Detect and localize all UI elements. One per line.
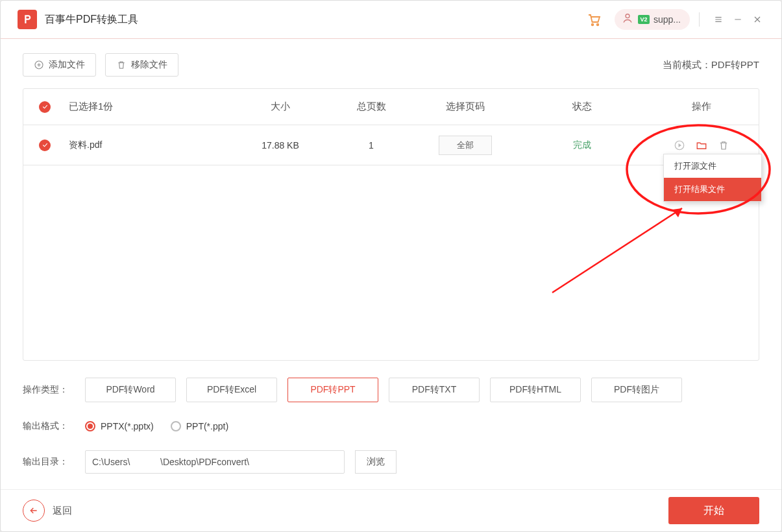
output-dir-row: 输出目录： 浏览 [23,450,759,474]
app-title: 百事牛PDF转换工具 [45,13,138,27]
select-all-checkbox[interactable] [39,101,51,113]
add-file-button[interactable]: 添加文件 [23,53,96,77]
remove-file-button[interactable]: 移除文件 [105,53,178,77]
svg-point-0 [592,24,594,26]
operation-tabs: PDF转WordPDF转ExcelPDF转PPTPDF转TXTPDF转HTMLP… [85,378,682,402]
operation-tab-2[interactable]: PDF转PPT [287,378,378,402]
operation-tab-3[interactable]: PDF转TXT [389,378,480,402]
menu-icon[interactable] [711,12,726,27]
header-size: 大小 [228,101,332,113]
row-operations [644,139,759,152]
vip-badge: V2 [638,15,650,24]
back-arrow-icon [23,500,45,522]
header-select-pages: 选择页码 [410,101,520,113]
format-radios: PPTX(*.pptx)PPT(*.ppt) [85,421,228,431]
table-header: 已选择1份 大小 总页数 选择页码 状态 操作 [23,89,759,125]
divider [699,12,700,27]
context-menu: 打开源文件 打开结果文件 [663,154,762,202]
file-name: 资料.pdf [66,139,228,151]
delete-icon[interactable] [717,139,730,152]
minimize-icon[interactable] [731,12,745,27]
file-pages: 1 [332,140,410,151]
table-empty-space [23,165,759,360]
start-button[interactable]: 开始 [668,497,759,524]
file-table: 已选择1份 大小 总页数 选择页码 状态 操作 资料.pdf 17.88 KB … [23,88,759,361]
output-path-input[interactable] [85,450,345,474]
open-folder-icon[interactable] [695,139,708,152]
app-logo-icon [18,10,37,29]
output-format-label: 输出格式： [23,420,75,432]
cart-icon[interactable] [585,10,603,29]
content-area: 添加文件 移除文件 当前模式：PDF转PPT 已选择1份 大小 总页数 [1,39,781,489]
row-checkbox[interactable] [39,139,51,151]
format-radio-0[interactable]: PPTX(*.pptx) [85,421,154,431]
menu-open-source[interactable]: 打开源文件 [664,154,761,178]
operation-tab-0[interactable]: PDF转Word [85,378,176,402]
table-row: 资料.pdf 17.88 KB 1 全部 完成 [23,125,759,165]
user-name: supp... [654,14,681,25]
header-pages: 总页数 [332,101,410,113]
user-icon [621,12,634,27]
footer: 返回 开始 [1,489,781,531]
titlebar: 百事牛PDF转换工具 V2 supp... [1,1,781,39]
user-account-button[interactable]: V2 supp... [615,9,690,30]
file-size: 17.88 KB [228,140,332,151]
format-radio-1[interactable]: PPT(*.ppt) [171,421,228,431]
remove-file-label: 移除文件 [131,59,167,71]
back-button[interactable]: 返回 [23,500,72,522]
output-dir-label: 输出目录： [23,456,75,468]
header-ops: 操作 [644,101,759,113]
toolbar: 添加文件 移除文件 当前模式：PDF转PPT [23,39,759,88]
current-mode-label: 当前模式：PDF转PPT [663,59,759,71]
operation-type-row: 操作类型： PDF转WordPDF转ExcelPDF转PPTPDF转TXTPDF… [23,378,759,402]
svg-point-1 [597,24,599,26]
svg-marker-13 [678,143,681,147]
output-format-row: 输出格式： PPTX(*.pptx)PPT(*.ppt) [23,420,759,432]
header-status: 状态 [520,101,644,113]
header-selected: 已选择1份 [66,101,228,113]
play-icon[interactable] [673,139,686,152]
app-window: 百事牛PDF转换工具 V2 supp... 添加文件 [0,0,782,532]
operation-tab-1[interactable]: PDF转Excel [186,378,277,402]
add-file-label: 添加文件 [49,59,85,71]
close-icon[interactable] [750,12,764,27]
menu-open-result[interactable]: 打开结果文件 [664,178,761,201]
back-label: 返回 [53,505,72,517]
browse-button[interactable]: 浏览 [355,450,397,474]
file-status: 完成 [520,139,644,151]
operation-type-label: 操作类型： [23,384,75,396]
select-pages-button[interactable]: 全部 [439,136,492,155]
operation-tab-5[interactable]: PDF转图片 [591,378,682,402]
operation-tab-4[interactable]: PDF转HTML [490,378,581,402]
svg-point-2 [626,14,629,18]
